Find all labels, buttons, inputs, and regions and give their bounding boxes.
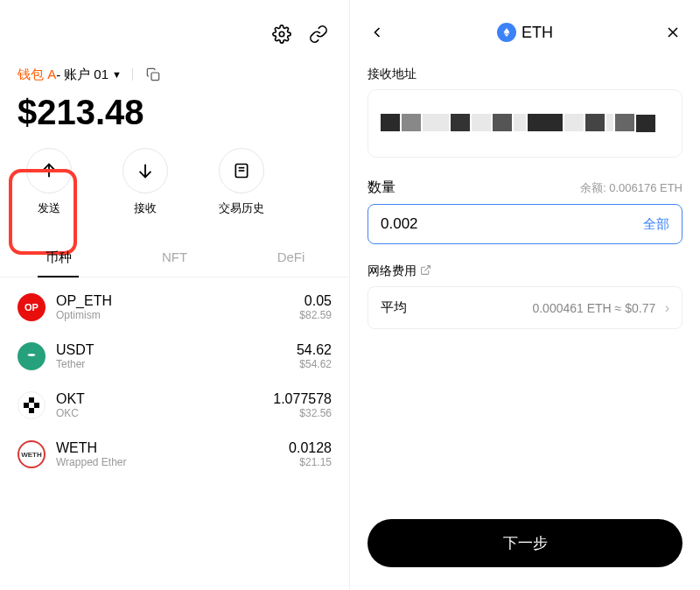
copy-icon[interactable] [144, 65, 163, 84]
svg-rect-8 [29, 397, 34, 403]
amount-header: 数量 余额: 0.006176 ETH [350, 158, 700, 204]
token-amount: 0.05 [299, 293, 332, 309]
address-input[interactable] [368, 89, 682, 158]
next-button[interactable]: 下一步 [368, 519, 682, 567]
amount-input-wrap: 全部 [368, 204, 682, 244]
svg-rect-10 [34, 403, 39, 408]
svg-point-0 [279, 32, 284, 37]
address-redacted [381, 102, 669, 143]
token-icon-weth: WETH [18, 440, 46, 468]
chevron-right-icon: › [665, 300, 669, 315]
svg-line-13 [424, 266, 430, 271]
token-chain: Tether [56, 358, 286, 370]
all-button[interactable]: 全部 [643, 216, 669, 233]
token-amount: 54.62 [297, 342, 332, 358]
svg-rect-1 [151, 73, 159, 81]
token-amount: 0.0128 [289, 440, 332, 456]
settings-icon[interactable] [272, 25, 291, 44]
send-header: ETH [350, 0, 700, 49]
account-label: 账户 01 [64, 67, 108, 83]
token-symbol: WETH [56, 440, 278, 456]
asset-tabs: 币种 NFT DeFi [0, 237, 349, 277]
send-panel: ETH 接收地址 数量 余额: 0.006176 ETH 全部 [350, 0, 700, 590]
token-row[interactable]: OKT OKC 1.077578 $32.56 [0, 381, 349, 430]
send-title-text: ETH [522, 24, 553, 42]
link-icon[interactable] [309, 25, 328, 44]
fee-value: 0.000461 ETH ≈ $0.77 [532, 301, 655, 315]
chevron-down-icon: ▼ [112, 69, 122, 80]
tab-nft[interactable]: NFT [116, 237, 233, 277]
wallet-name: 钱包 A [18, 67, 56, 83]
fee-label-row: 网络费用 [350, 244, 700, 286]
action-row: 发送 接收 交易历史 [0, 148, 349, 237]
close-icon[interactable] [663, 23, 682, 42]
arrow-down-icon [122, 148, 168, 193]
history-action[interactable]: 交易历史 [219, 148, 264, 216]
external-link-icon[interactable] [420, 264, 431, 278]
wallet-selector[interactable]: 钱包 A - 账户 01 ▼ [0, 54, 349, 88]
token-chain: Optimism [56, 309, 289, 321]
receive-action[interactable]: 接收 [122, 148, 168, 216]
send-label: 发送 [38, 200, 60, 216]
history-label: 交易历史 [219, 200, 264, 216]
token-symbol: OP_ETH [56, 293, 289, 309]
fee-selector[interactable]: 平均 0.000461 ETH ≈ $0.77 › [368, 286, 682, 329]
eth-icon [497, 23, 516, 42]
token-fiat: $54.62 [297, 358, 332, 370]
address-label: 接收地址 [350, 49, 700, 89]
token-chain: Wrapped Ether [56, 456, 278, 468]
tab-tokens[interactable]: 币种 [0, 237, 116, 277]
token-icon-op: OP [18, 293, 46, 321]
total-balance: $213.48 [0, 88, 349, 148]
balance-hint: 余额: 0.006176 ETH [580, 180, 682, 196]
wallet-separator: - [56, 67, 60, 82]
token-row[interactable]: OP OP_ETH Optimism 0.05 $82.59 [0, 283, 349, 332]
divider [132, 68, 133, 81]
token-symbol: OKT [56, 391, 262, 407]
fee-tier: 平均 [381, 299, 407, 316]
token-chain: OKC [56, 407, 262, 419]
token-symbol: USDT [56, 342, 286, 358]
svg-rect-9 [29, 408, 34, 413]
amount-input[interactable] [381, 215, 583, 233]
token-list: OP OP_ETH Optimism 0.05 $82.59 USDT Teth… [0, 277, 349, 484]
token-fiat: $21.15 [289, 456, 332, 468]
wallet-home-panel: 钱包 A - 账户 01 ▼ $213.48 发送 接收 交易历史 [0, 0, 350, 590]
token-fiat: $32.56 [273, 407, 332, 419]
arrow-up-icon [26, 148, 72, 193]
send-action[interactable]: 发送 [26, 148, 72, 216]
receive-label: 接收 [134, 200, 157, 216]
token-row[interactable]: USDT Tether 54.62 $54.62 [0, 332, 349, 381]
token-amount: 1.077578 [273, 391, 332, 407]
left-header [0, 0, 349, 54]
amount-label: 数量 [368, 179, 396, 197]
tab-defi[interactable]: DeFi [233, 237, 349, 277]
token-icon-usdt [18, 342, 46, 370]
svg-rect-7 [24, 403, 29, 408]
history-icon [219, 148, 264, 193]
back-icon[interactable] [368, 23, 387, 42]
fee-label: 网络费用 [368, 263, 416, 279]
token-row[interactable]: WETH WETH Wrapped Ether 0.0128 $21.15 [0, 430, 349, 479]
token-fiat: $82.59 [299, 309, 332, 321]
send-title: ETH [497, 23, 553, 42]
token-icon-okt [18, 391, 46, 419]
